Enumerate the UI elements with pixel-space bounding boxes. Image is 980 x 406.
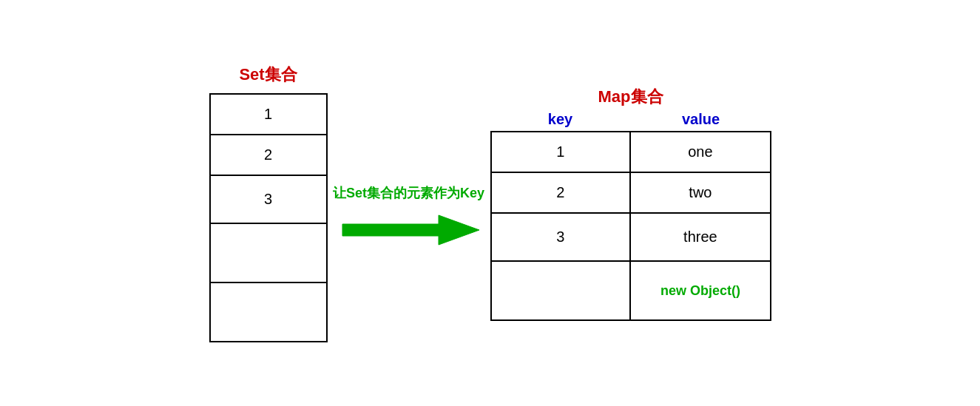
diagram-container: Set集合 1 2 3 让Set集合的元 bbox=[0, 0, 980, 406]
new-object-label: new Object() bbox=[660, 283, 740, 298]
table-row: 1 one bbox=[491, 132, 771, 172]
map-val-2: two bbox=[630, 172, 770, 213]
map-table: 1 one 2 two 3 three new Object() bbox=[490, 131, 771, 321]
table-row: 1 bbox=[210, 94, 327, 135]
map-title: Map集合 bbox=[598, 86, 663, 108]
arrow-label: 让Set集合的元素作为Key bbox=[333, 184, 484, 202]
set-section: Set集合 1 2 3 bbox=[209, 64, 328, 342]
set-cell-4 bbox=[210, 223, 327, 282]
map-header-key: key bbox=[490, 111, 631, 128]
arrow-section: 让Set集合的元素作为Key bbox=[328, 184, 490, 252]
map-headers: key value bbox=[490, 111, 771, 128]
table-row: 3 three bbox=[491, 213, 771, 261]
map-key-4 bbox=[491, 261, 631, 320]
map-key-1: 1 bbox=[491, 132, 631, 172]
map-val-4: new Object() bbox=[630, 261, 770, 320]
map-header-value: value bbox=[631, 111, 771, 128]
set-cell-3: 3 bbox=[210, 175, 327, 223]
table-row: 3 bbox=[210, 175, 327, 223]
table-row: 2 bbox=[210, 135, 327, 175]
set-title: Set集合 bbox=[239, 64, 297, 86]
table-row: 2 two bbox=[491, 172, 771, 213]
arrow-icon bbox=[335, 208, 483, 252]
set-cell-1: 1 bbox=[210, 94, 327, 135]
svg-marker-0 bbox=[342, 215, 479, 245]
set-table: 1 2 3 bbox=[209, 93, 328, 342]
set-cell-2: 2 bbox=[210, 135, 327, 175]
table-row bbox=[210, 282, 327, 342]
table-row: new Object() bbox=[491, 261, 771, 320]
map-val-3: three bbox=[630, 213, 770, 261]
map-key-2: 2 bbox=[491, 172, 631, 213]
map-val-1: one bbox=[630, 132, 770, 172]
set-cell-5 bbox=[210, 282, 327, 342]
map-section: Map集合 key value 1 one 2 two 3 three bbox=[490, 86, 771, 321]
table-row bbox=[210, 223, 327, 282]
map-key-3: 3 bbox=[491, 213, 631, 261]
